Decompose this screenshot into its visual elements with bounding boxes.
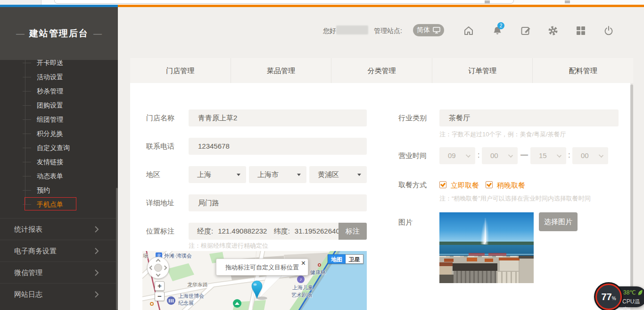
tab-order-management[interactable]: 订单管理 bbox=[432, 58, 533, 83]
sidebar-item[interactable]: 团购设置 bbox=[0, 98, 118, 112]
pickup-now-checkbox[interactable] bbox=[439, 181, 446, 188]
sidebar-item[interactable]: 友情链接 bbox=[0, 155, 118, 169]
pan-center-knob[interactable] bbox=[154, 264, 162, 272]
store-name-input[interactable]: 青青原上草2 bbox=[189, 109, 367, 126]
map-label-theater: 上海儿童 bbox=[292, 284, 313, 291]
address-input[interactable]: 局门路 bbox=[189, 194, 367, 211]
gear-icon[interactable] bbox=[547, 25, 559, 36]
sidebar-item[interactable]: 积分兑换 bbox=[0, 126, 118, 141]
browser-address-bar[interactable] bbox=[54, 0, 514, 4]
open-minute-select[interactable]: 00 bbox=[482, 147, 518, 164]
satellite-view-button[interactable]: 卫星 bbox=[346, 254, 363, 264]
section-label: 电子商务设置 bbox=[14, 247, 57, 255]
close-hour-select[interactable]: 15 bbox=[530, 147, 566, 164]
edit-icon[interactable] bbox=[520, 25, 531, 36]
pan-left-icon[interactable] bbox=[149, 266, 154, 270]
title-dash: — bbox=[16, 29, 25, 39]
notification-badge: 2 bbox=[497, 22, 504, 29]
poi-dot bbox=[318, 263, 321, 267]
content-scrollbar-thumb[interactable] bbox=[630, 84, 633, 307]
active-item-highlight bbox=[25, 197, 76, 210]
dropdown-caret-icon bbox=[297, 174, 301, 176]
map-pan-control[interactable] bbox=[147, 257, 169, 279]
map-zoom-out-button[interactable]: − bbox=[155, 292, 165, 301]
industry-input[interactable]: 茶餐厅 bbox=[439, 109, 619, 126]
language-button[interactable]: 简体 bbox=[413, 24, 444, 36]
sidebar-item[interactable]: 动态表单 bbox=[0, 169, 118, 183]
map-label-park: 健康林 bbox=[310, 269, 326, 276]
check-icon bbox=[487, 182, 492, 187]
pan-right-icon[interactable] bbox=[163, 266, 167, 270]
choose-image-button[interactable]: 选择图片 bbox=[539, 212, 578, 231]
close-minute-value: 00 bbox=[581, 151, 589, 159]
image-label: 图片 bbox=[398, 218, 413, 227]
map-tooltip: 拖动标注可自定义目标位置 × bbox=[216, 259, 308, 276]
map-label-bund: 外滩·湾璞会 bbox=[164, 252, 192, 260]
map-canvas[interactable]: 场 北 外滩·湾璞会 龙华东路 上海世博会 纪念展 上海儿童 艺术剧场 健康林 … bbox=[142, 251, 367, 310]
close-minute-select[interactable]: 00 bbox=[572, 147, 608, 164]
sidebar-section-ecommerce[interactable]: 电子商务设置 bbox=[0, 240, 118, 261]
map-view-button[interactable]: 地图 bbox=[328, 254, 346, 264]
home-icon[interactable] bbox=[463, 25, 474, 36]
location-input[interactable]: 经度:121.490882232 纬度:31.1952626403 标注 bbox=[189, 223, 367, 240]
city-select[interactable]: 上海市 bbox=[249, 166, 306, 183]
province-select[interactable]: 上海 bbox=[189, 166, 246, 183]
time-colon: : bbox=[478, 151, 479, 159]
sidebar-item[interactable]: 秒杀管理 bbox=[0, 84, 118, 98]
sidebar-title: — 建站管理后台 — bbox=[0, 7, 118, 60]
sidebar-item[interactable]: 活动设置 bbox=[0, 70, 118, 84]
lat-value: 31.1952626403 bbox=[295, 227, 344, 235]
sidebar-section-wechat[interactable]: 微信管理 bbox=[0, 261, 118, 283]
power-icon[interactable] bbox=[603, 25, 614, 36]
lat-label: 纬度: bbox=[274, 227, 290, 235]
close-icon[interactable]: × bbox=[301, 255, 305, 272]
cpu-temperature: 38℃ bbox=[623, 289, 643, 296]
app-title: 建站管理后台 bbox=[29, 27, 89, 40]
tab-dish-management[interactable]: 菜品管理 bbox=[231, 58, 332, 83]
map-label-expo: 纪念展 bbox=[178, 300, 194, 307]
manage-site-label: 管理站点: bbox=[374, 27, 402, 35]
sidebar: 开卡即送 活动设置 秒杀管理 团购设置 组团管理 积分兑换 自定义查询 友情链接… bbox=[0, 7, 118, 310]
sidebar-section-stats[interactable]: 统计报表 bbox=[0, 218, 118, 240]
city-value: 上海市 bbox=[257, 170, 279, 178]
open-hour-value: 09 bbox=[448, 151, 456, 159]
hours-label: 营业时间 bbox=[398, 151, 427, 160]
province-value: 上海 bbox=[197, 170, 211, 178]
check-icon bbox=[440, 182, 446, 187]
cpu-gauge: 77 % bbox=[595, 284, 622, 310]
sidebar-item[interactable]: 预约 bbox=[0, 183, 118, 197]
pickup-label: 取餐方式 bbox=[398, 181, 427, 190]
browser-strip-segment bbox=[0, 0, 41, 5]
map-label-partial: 场 bbox=[143, 252, 148, 260]
district-select[interactable]: 黄浦区 bbox=[309, 166, 367, 183]
chevron-right-icon bbox=[95, 226, 99, 233]
monitor-icon bbox=[433, 27, 440, 34]
mark-location-button[interactable]: 标注 bbox=[339, 223, 367, 240]
pickup-later-label: 稍晚取餐 bbox=[497, 181, 525, 190]
phone-input[interactable]: 12345678 bbox=[189, 138, 367, 155]
tab-category-management[interactable]: 分类管理 bbox=[331, 58, 432, 83]
tab-store-management[interactable]: 门店管理 bbox=[130, 58, 231, 83]
sidebar-menu: 开卡即送 活动设置 秒杀管理 团购设置 组团管理 积分兑换 自定义查询 友情链接… bbox=[0, 56, 118, 211]
industry-label: 行业类别 bbox=[398, 114, 427, 123]
chevron-right-icon bbox=[95, 291, 99, 298]
dropdown-chevron-icon bbox=[466, 153, 471, 158]
map-zoom-in-button[interactable]: + bbox=[155, 281, 165, 291]
pickup-later-checkbox[interactable] bbox=[486, 181, 493, 188]
time-colon: : bbox=[568, 151, 570, 159]
address-label: 详细地址 bbox=[146, 199, 174, 208]
sidebar-item[interactable]: 自定义查询 bbox=[0, 141, 118, 155]
sidebar-item[interactable]: 组团管理 bbox=[0, 112, 118, 126]
pan-down-icon[interactable] bbox=[156, 272, 161, 277]
time-range-dash: — bbox=[520, 151, 528, 159]
open-hour-select[interactable]: 09 bbox=[439, 147, 475, 164]
greeting-text: 您好 bbox=[323, 27, 336, 35]
museum-poi-icon bbox=[167, 296, 175, 305]
tab-ingredient-management[interactable]: 配料管理 bbox=[533, 58, 633, 83]
chevron-right-icon bbox=[95, 269, 99, 276]
pan-up-icon[interactable] bbox=[156, 259, 161, 264]
sidebar-section-logs[interactable]: 网站日志 bbox=[0, 283, 118, 305]
grid-apps-icon[interactable] bbox=[575, 25, 586, 36]
store-photo-preview bbox=[439, 212, 534, 283]
poi-dot bbox=[150, 302, 154, 306]
